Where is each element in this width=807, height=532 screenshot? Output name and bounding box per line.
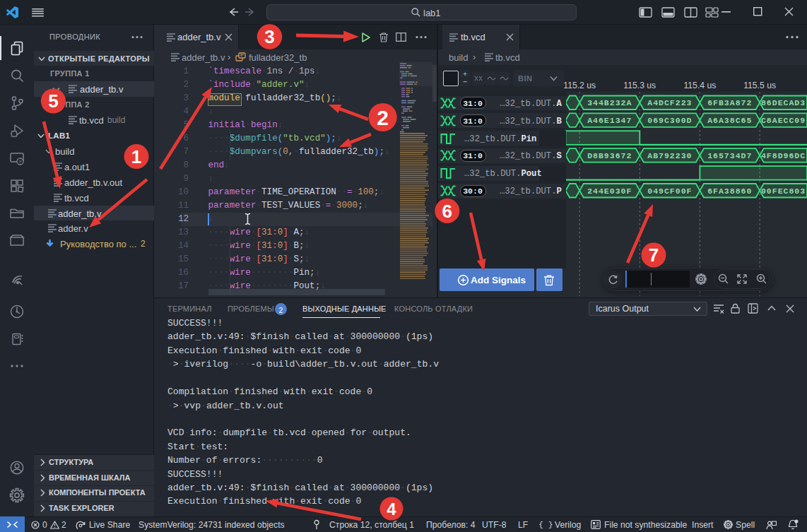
svg-text:069C300D: 069C300D (647, 116, 692, 125)
svg-text:049CF00F: 049CF00F (647, 187, 692, 196)
svg-text:6FB3A872: 6FB3A872 (707, 98, 752, 107)
svg-text:A46E1347: A46E1347 (587, 116, 632, 125)
svg-text:165734D7: 165734D7 (707, 151, 752, 160)
svg-text:86DECAD3: 86DECAD3 (761, 98, 806, 107)
svg-text:344B232A: 344B232A (587, 98, 632, 107)
svg-text:4F8D96DC: 4F8D96DC (761, 151, 806, 160)
svg-text:244E030F: 244E030F (587, 187, 632, 196)
svg-text:00FEC803: 00FEC803 (761, 187, 806, 196)
svg-text:A6A38C65: A6A38C65 (707, 116, 752, 125)
svg-text:6FA38860: 6FA38860 (707, 187, 752, 196)
svg-text:C8AECC09: C8AECC09 (761, 116, 806, 125)
svg-text:AB792230: AB792230 (647, 151, 692, 160)
svg-text:D8B93672: D8B93672 (587, 151, 632, 160)
svg-text:A4DCF223: A4DCF223 (647, 98, 692, 107)
